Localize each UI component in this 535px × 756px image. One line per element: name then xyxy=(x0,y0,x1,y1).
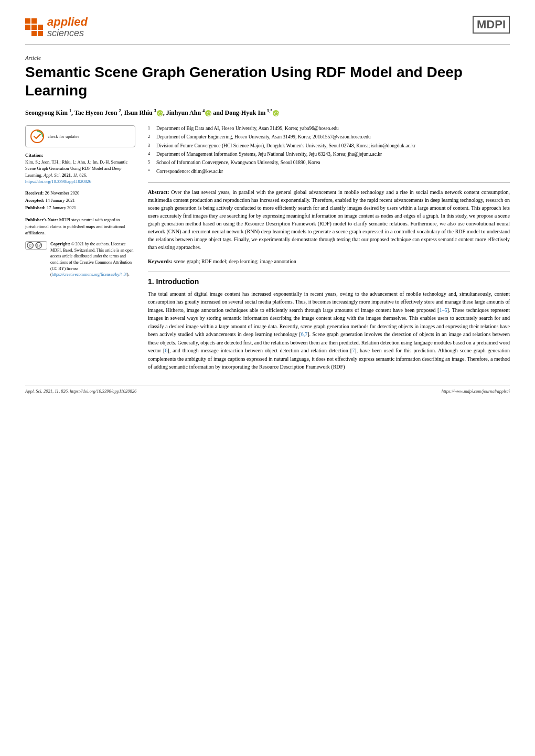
doi-link[interactable]: https://doi.org/10.3390/app11020826 xyxy=(25,179,91,184)
abstract-section: Abstract: Over the last several years, i… xyxy=(148,188,510,251)
svg-text:©: © xyxy=(29,243,32,248)
affiliations-section: 1 Department of Big Data and AI, Hoseo U… xyxy=(148,125,510,175)
check-updates-box: check for updates xyxy=(25,125,135,147)
abstract-label: Abstract: xyxy=(148,189,169,195)
divider-2 xyxy=(148,272,510,272)
keywords-section: Keywords: scene graph; RDF model; deep l… xyxy=(148,257,510,265)
affil-4: 4 Department of Management Information S… xyxy=(148,151,510,158)
page: applied sciences MDPI Article Semantic S… xyxy=(0,0,535,756)
abstract-text: Abstract: Over the last several years, i… xyxy=(148,188,510,251)
cc-license-link[interactable]: https://creativecommons.org/licenses/by/… xyxy=(52,272,127,277)
published-date: Published: 17 January 2021 xyxy=(25,204,135,212)
check-updates-icon xyxy=(30,129,45,144)
affil-3: 3 Division of Future Convergence (HCI Sc… xyxy=(148,143,510,149)
orcid-icon-5 xyxy=(273,110,279,116)
article-title: Semantic Scene Graph Generation Using RD… xyxy=(25,63,510,100)
svg-point-0 xyxy=(31,130,44,143)
header: applied sciences MDPI xyxy=(25,16,510,45)
left-column: check for updates Citation: Kim, S.; Jeo… xyxy=(25,125,135,374)
two-col-layout: check for updates Citation: Kim, S.; Jeo… xyxy=(25,125,510,374)
page-footer: Appl. Sci. 2021, 11, 826. https://doi.or… xyxy=(25,385,510,394)
author-1: Seongyong Kim 1 xyxy=(25,109,71,116)
ref-link-7[interactable]: 7 xyxy=(352,348,355,353)
author-4: Jinhyun Ahn 4 xyxy=(166,109,211,116)
citation-box: Citation: Kim, S.; Jeon, T.H.; Rhiu, I.;… xyxy=(25,153,135,185)
ref-link-1-5[interactable]: 1–5 xyxy=(439,307,447,313)
ref-link-6[interactable]: 6 xyxy=(165,348,167,353)
mdpi-logo: MDPI xyxy=(473,16,510,34)
journal-logo: applied sciences xyxy=(25,16,88,39)
publisher-note-label: Publisher's Note: xyxy=(25,217,58,222)
affil-1: 1 Department of Big Data and AI, Hoseo U… xyxy=(148,125,510,132)
affil-2: 2 Department of Computer Engineering, Ho… xyxy=(148,134,510,141)
logo-sciences-text: sciences xyxy=(47,28,88,39)
logo-applied-text: applied xyxy=(47,16,88,28)
right-column: 1 Department of Big Data and AI, Hoseo U… xyxy=(148,125,510,374)
affil-5: 5 School of Information Convergence, Kwa… xyxy=(148,159,510,166)
ref-link-6-7[interactable]: 6,7 xyxy=(301,331,308,337)
orcid-icon-4 xyxy=(205,110,211,116)
citation-text: Kim, S.; Jeon, T.H.; Rhiu, I.; Ahn, J.; … xyxy=(25,159,135,185)
author-conjunction: and xyxy=(213,109,224,116)
divider-1 xyxy=(148,182,510,183)
copyright-text: Copyright: © 2021 by the authors. Licens… xyxy=(50,241,135,278)
author-3: Ilsun Rhiu 3 xyxy=(124,109,163,116)
accepted-date: Accepted: 14 January 2021 xyxy=(25,197,135,204)
logo-grid-icon xyxy=(25,18,43,36)
author-2: Tae Hyeon Jeon 2 xyxy=(74,109,121,116)
keywords-text: scene graph; RDF model; deep learning; i… xyxy=(174,258,296,264)
abstract-body: Over the last several years, in parallel… xyxy=(148,189,510,250)
affil-corr: * Correspondence: dhim@kw.ac.kr xyxy=(148,168,510,175)
authors-line: Seongyong Kim 1, Tae Hyeon Jeon 2, Ilsun… xyxy=(25,108,510,118)
svg-text:BY: BY xyxy=(36,244,41,247)
cc-license-section: © BY Copyright: © 2021 by the authors. L… xyxy=(25,241,135,278)
cc-icon: © BY xyxy=(25,241,47,250)
footer-right: https://www.mdpi.com/journal/applsci xyxy=(442,388,510,394)
dates-box: Received: 26 November 2020 Accepted: 14 … xyxy=(25,190,135,211)
orcid-icon-3 xyxy=(157,110,163,116)
received-date: Received: 26 November 2020 xyxy=(25,190,135,197)
citation-label: Citation: xyxy=(25,153,135,158)
intro-heading: 1. Introduction xyxy=(148,277,510,286)
publisher-note: Publisher's Note: MDPI stays neutral wit… xyxy=(25,217,135,236)
keywords-label: Keywords: xyxy=(148,258,173,264)
author-5: Dong-Hyuk Im 5,* xyxy=(225,109,280,116)
article-type-label: Article xyxy=(25,55,510,61)
intro-body: The total amount of digital image conten… xyxy=(148,290,510,371)
intro-paragraph: The total amount of digital image conten… xyxy=(148,290,510,371)
footer-left: Appl. Sci. 2021, 11, 826. https://doi.or… xyxy=(25,388,136,394)
check-updates-text: check for updates xyxy=(48,134,79,139)
